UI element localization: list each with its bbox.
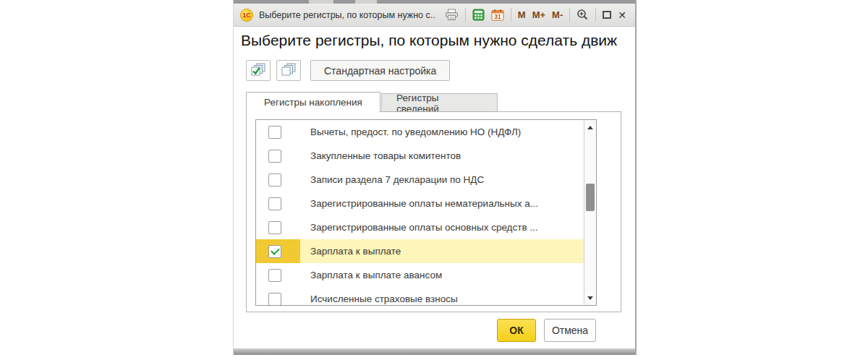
screenshot-background: 1С Выберите регистры, по которым нужно с…	[0, 0, 868, 360]
checkbox-cell	[256, 215, 300, 239]
divider	[511, 8, 511, 22]
register-checkbox[interactable]	[268, 126, 281, 139]
register-list: Вычеты, предост. по уведомлению НО (НДФЛ…	[255, 119, 597, 306]
page-title: Выберите регистры, по которым нужно сдел…	[241, 32, 637, 52]
register-checkbox[interactable]	[268, 293, 281, 306]
memory-minus-button[interactable]: М-	[552, 9, 563, 20]
register-label: Исчисленные страховые взносы	[300, 287, 584, 305]
scroll-down-icon[interactable]	[584, 292, 596, 304]
cancel-button[interactable]: Отмена	[544, 319, 596, 342]
tab-panel: Вычеты, предост. по уведомлению НО (НДФЛ…	[246, 111, 621, 312]
app-logo-1c-icon: 1С	[240, 9, 253, 22]
divider	[465, 8, 466, 22]
zoom-icon[interactable]	[576, 9, 589, 21]
checkbox-cell	[256, 287, 300, 305]
register-label: Зарегистрированные оплаты нематериальных…	[300, 192, 584, 215]
register-checkbox[interactable]	[268, 221, 281, 234]
select-all-checkmarks-icon	[251, 63, 266, 79]
memory-recall-button[interactable]: М	[518, 9, 526, 20]
register-label: Зарегистрированные оплаты основных средс…	[300, 215, 584, 239]
calendar-icon[interactable]: 31	[491, 9, 504, 21]
scroll-up-icon[interactable]	[584, 121, 596, 133]
register-row[interactable]: Зарплата к выплате	[256, 239, 584, 263]
register-rows: Вычеты, предост. по уведомлению НО (НДФЛ…	[256, 120, 584, 305]
register-row[interactable]: Зарегистрированные оплаты нематериальных…	[256, 192, 584, 215]
register-row[interactable]: Зарегистрированные оплаты основных средс…	[256, 215, 584, 239]
register-row[interactable]: Закупленные товары комитентов	[256, 144, 584, 168]
close-icon[interactable]: ✕	[618, 10, 626, 20]
register-label: Зарплата к выплате авансом	[300, 263, 584, 287]
register-row[interactable]: Зарплата к выплате авансом	[256, 263, 584, 287]
standard-settings-button[interactable]: Стандартная настройка	[310, 60, 450, 81]
checkbox-cell	[256, 192, 300, 215]
register-label: Закупленные товары комитентов	[300, 144, 584, 168]
register-checkbox[interactable]	[268, 173, 281, 187]
checkbox-cell	[256, 263, 300, 287]
selection-toolbar: Стандартная настройка	[246, 60, 450, 81]
select-all-button[interactable]	[246, 60, 271, 81]
maximize-icon[interactable]	[603, 11, 611, 19]
tab-information-registers[interactable]: Регистры сведений	[381, 93, 498, 112]
register-checkbox[interactable]	[268, 245, 281, 258]
register-checkbox[interactable]	[268, 269, 281, 282]
register-label: Зарплата к выплате	[300, 239, 584, 263]
dialog-window: 1С Выберите регистры, по которым нужно с…	[233, 0, 637, 355]
register-checkbox[interactable]	[268, 150, 281, 163]
window-title: Выберите регистры, по которым нужно с..	[259, 10, 445, 20]
checkbox-cell	[256, 144, 300, 168]
checkbox-cell	[256, 168, 300, 192]
titlebar-toolbar: 31 М М+ М- ✕	[445, 8, 626, 22]
register-tabs: Регистры накопления Регистры сведений	[246, 92, 498, 112]
tab-accumulation-registers[interactable]: Регистры накопления	[246, 92, 380, 112]
memory-plus-button[interactable]: М+	[532, 9, 545, 20]
clear-all-checkmarks-icon	[281, 63, 297, 79]
window-frame-bottom	[234, 348, 635, 355]
scrollbar-thumb[interactable]	[586, 184, 595, 211]
register-checkbox[interactable]	[268, 197, 281, 210]
ok-button[interactable]: ОК	[497, 319, 536, 342]
register-label: Вычеты, предост. по уведомлению НО (НДФЛ…	[300, 120, 584, 144]
checkbox-cell	[256, 239, 300, 263]
register-row[interactable]: Вычеты, предост. по уведомлению НО (НДФЛ…	[256, 120, 584, 144]
register-row[interactable]: Записи раздела 7 декларации по НДС	[256, 168, 584, 192]
clear-all-button[interactable]	[276, 60, 301, 81]
register-label: Записи раздела 7 декларации по НДС	[300, 168, 584, 192]
divider	[595, 8, 596, 22]
checkbox-cell	[256, 120, 300, 144]
svg-text:31: 31	[494, 13, 501, 20]
scrollbar[interactable]	[584, 120, 596, 305]
calculator-icon[interactable]	[472, 9, 485, 21]
titlebar: 1С Выберите регистры, по которым нужно с…	[234, 4, 635, 27]
print-icon[interactable]	[445, 9, 459, 21]
register-row[interactable]: Исчисленные страховые взносы	[256, 287, 584, 305]
divider	[569, 8, 570, 22]
